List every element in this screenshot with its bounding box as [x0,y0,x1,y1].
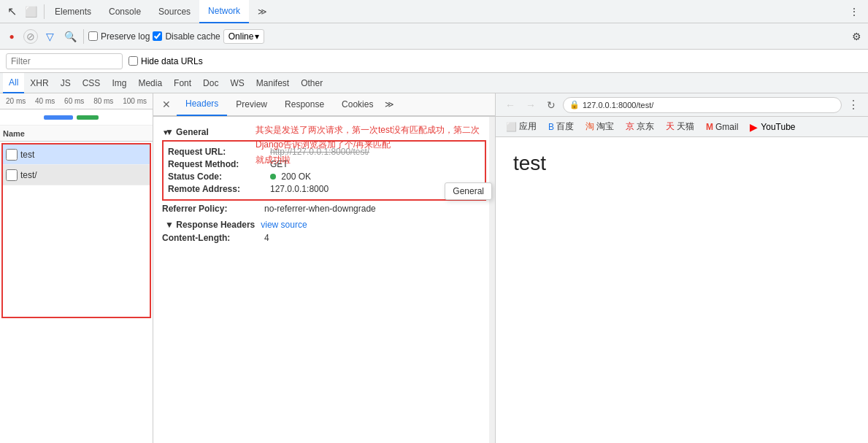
tooltip-text: General [453,186,484,196]
details-close-button[interactable]: ✕ [156,96,177,113]
disable-cache-check[interactable]: Disable cache [153,31,220,42]
tab-network[interactable]: Network [199,0,249,23]
bookmark-baidu[interactable]: B 百度 [544,119,578,134]
type-tab-all[interactable]: All [3,73,24,93]
tab-sources[interactable]: Sources [150,0,199,23]
network-list-panel: 20 ms 40 ms 60 ms 80 ms 100 ms Name [0,93,153,443]
type-tabs: All XHR JS CSS Img Media Font Doc WS Man… [0,73,868,93]
type-tab-img[interactable]: Img [106,73,132,93]
online-select[interactable]: Online ▾ [223,29,265,44]
bookmark-apps[interactable]: ⬜ 应用 [502,119,541,134]
tab-console[interactable]: Console [100,0,150,23]
bookmark-taobao[interactable]: 淘 淘宝 [581,119,618,134]
details-scrollbar[interactable] [489,117,495,443]
filter-button[interactable]: ▽ [41,28,58,45]
net-rows: test test/ [3,145,150,317]
details-tabs-more[interactable]: ≫ [382,96,397,112]
devtools-menu-icon[interactable]: ⋮ [843,3,865,20]
cursor-icon[interactable]: ↖ [3,3,20,20]
content-length-key: Content-Length: [162,233,264,243]
bookmarks-bar: ⬜ 应用 B 百度 淘 淘宝 京 京东 天 天猫 [496,117,868,137]
general-label: ▼ General [165,127,209,137]
bookmark-gmail[interactable]: M Gmail [702,120,742,134]
content-length-row: Content-Length: 4 [162,233,486,243]
net-table-header: Name [0,126,153,142]
bookmark-apps-label: 应用 [519,120,537,133]
bookmark-tianmao[interactable]: 天 天猫 [661,119,699,134]
details-tab-response[interactable]: Response [276,93,333,116]
tianmao-icon: 天 [666,120,675,133]
gmail-icon: M [706,122,713,132]
browser-more-button[interactable]: ⋮ [845,96,862,114]
timeline-mark-2: 40 ms [35,97,55,105]
record-button[interactable]: ● [3,28,20,45]
preserve-log-checkbox[interactable] [88,31,98,41]
referrer-policy-row: Referrer Policy: no-referrer-when-downgr… [162,204,486,214]
type-tab-media[interactable]: Media [132,73,168,93]
hide-urls-check[interactable]: Hide data URLs [128,56,203,66]
net-row-test-slash[interactable]: test/ [3,165,150,185]
general-section-header[interactable]: ▼ ▼ General [162,127,486,137]
name-column-header: Name [3,129,25,138]
view-source-link[interactable]: view source [261,220,307,230]
url-display: 127.0.0.1:8000/test/ [583,101,653,109]
net-row-test[interactable]: test [3,145,150,165]
details-panel: ✕ Headers Preview Response Cookies ≫ 其实是… [153,93,496,443]
bookmark-gmail-label: Gmail [715,122,738,132]
search-button[interactable]: 🔍 [61,28,79,45]
status-code-row: Status Code: 200 OK [168,172,480,182]
status-code-text: 200 OK [281,172,311,182]
bookmark-youtube[interactable]: ▶ YouTube [745,120,799,134]
lock-icon: 🔒 [569,100,580,109]
bookmark-taobao-label: 淘宝 [596,120,614,133]
status-code-key: Status Code: [168,172,270,182]
status-green-dot [270,174,276,180]
details-tab-cookies[interactable]: Cookies [333,93,382,116]
disable-cache-label: Disable cache [165,31,220,42]
request-url-val: http://127.0.0.1:8000/test/ [270,147,369,157]
forward-button[interactable]: → [522,96,539,114]
details-tab-preview[interactable]: Preview [227,93,276,116]
inspect-icon[interactable]: ⬜ [22,3,39,20]
youtube-icon: ▶ [750,121,758,133]
stop-button[interactable]: ⊘ [23,29,38,44]
preserve-log-check[interactable]: Preserve log [88,31,150,42]
toolbar-divider-1 [83,29,84,44]
disable-cache-checkbox[interactable] [153,31,162,41]
type-tab-ws[interactable]: WS [224,73,250,93]
filter-input[interactable] [6,53,123,69]
request-url-row: Request URL: http://127.0.0.1:8000/test/ [168,147,480,157]
online-dropdown-icon: ▾ [255,31,259,42]
request-method-row: Request Method: GET [168,159,480,169]
refresh-button[interactable]: ↻ [542,96,560,114]
details-tab-headers[interactable]: Headers [177,93,227,116]
bookmark-tianmao-label: 天猫 [677,120,694,133]
response-headers-header[interactable]: ▼ Response Headers view source [162,220,486,230]
hide-urls-checkbox[interactable] [128,56,138,66]
type-tab-other[interactable]: Other [295,73,329,93]
online-label: Online [228,31,254,42]
tab-elements[interactable]: Elements [46,0,100,23]
type-tab-font[interactable]: Font [168,73,197,93]
type-tab-js[interactable]: JS [55,73,77,93]
referrer-policy-val: no-referrer-when-downgrade [264,204,376,214]
type-tab-xhr[interactable]: XHR [24,73,54,93]
filter-bar: Hide data URLs [0,50,868,73]
type-tab-manifest[interactable]: Manifest [250,73,295,93]
row-checkbox-test[interactable] [6,149,18,161]
url-bar-container[interactable]: 🔒 127.0.0.1:8000/test/ [563,97,842,113]
timeline-mark-5: 100 ms [123,97,147,105]
bookmark-jd[interactable]: 京 京东 [621,119,658,134]
request-method-val: GET [270,159,288,169]
type-tab-doc[interactable]: Doc [197,73,224,93]
settings-button[interactable]: ⚙ [848,28,865,45]
request-url-key: Request URL: [168,147,270,157]
back-button[interactable]: ← [502,96,519,114]
page-title: test [513,152,850,175]
request-method-key: Request Method: [168,159,270,169]
row-checkbox-test-slash[interactable] [6,169,18,181]
details-tabs: ✕ Headers Preview Response Cookies ≫ [153,93,495,117]
browser-toolbar: ← → ↻ 🔒 127.0.0.1:8000/test/ ⋮ [496,93,868,117]
type-tab-css[interactable]: CSS [77,73,107,93]
tab-more[interactable]: ≫ [249,0,276,23]
